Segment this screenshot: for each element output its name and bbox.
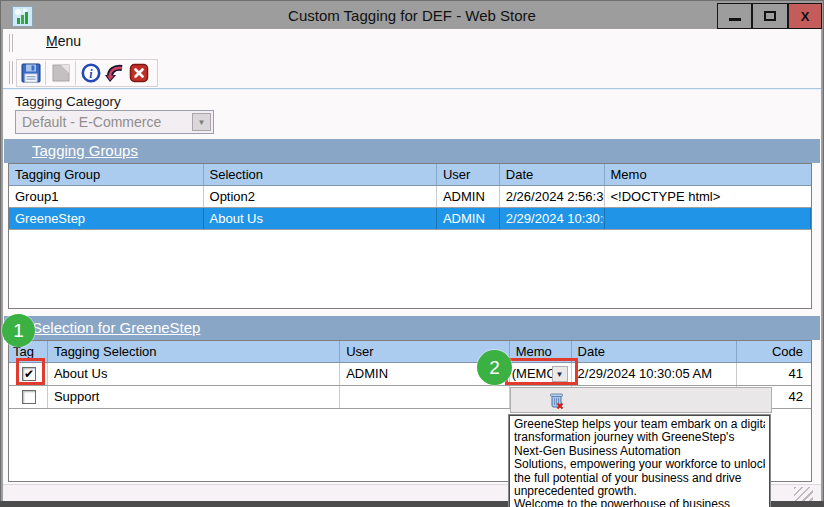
menubar-grip[interactable] <box>9 34 13 52</box>
table-row-greenestep-selected[interactable]: GreeneStep About Us ADMIN 2/29/2024 10:3… <box>9 208 811 230</box>
tagging-category-label: Tagging Category <box>15 94 121 109</box>
menu-item-menu[interactable]: Menu <box>46 33 81 49</box>
info-icon: i <box>81 63 101 83</box>
cell-memo: <!DOCTYPE html> <box>605 186 811 207</box>
cell-tagging-group: GreeneStep <box>9 208 204 229</box>
resize-grip[interactable] <box>794 487 813 501</box>
maximize-icon <box>764 11 776 21</box>
trash-icon <box>547 391 566 410</box>
cell-selection: Option2 <box>204 186 437 207</box>
title-bar[interactable]: Custom Tagging for DEF - Web Store X <box>1 1 823 29</box>
combo-dropdown-button[interactable]: ▼ <box>192 113 211 131</box>
chevron-down-icon: ▼ <box>193 114 210 131</box>
toolbar-separator <box>75 61 76 85</box>
close-button[interactable]: X <box>788 3 822 29</box>
tooltip-line: Next-Gen Business Automation <box>514 445 765 458</box>
column-header-user[interactable]: User <box>437 164 500 185</box>
cell-tagging-selection: Support <box>48 386 340 408</box>
save-icon <box>21 63 41 83</box>
cell-date: 2/29/2024 10:30:05. <box>500 208 605 229</box>
column-header-code[interactable]: Code <box>737 341 811 362</box>
tagging-category-value: Default - E-Commerce <box>22 111 161 133</box>
cell-tagging-selection: About Us <box>48 363 340 385</box>
cell-date: 2/26/2024 2:56:3( <box>500 186 605 207</box>
cell-user: ADMIN <box>437 208 500 229</box>
minimize-button[interactable] <box>717 3 752 29</box>
tagging-groups-header: Tagging Groups <box>4 139 820 163</box>
delete-button[interactable] <box>129 63 149 83</box>
tooltip-line: the full potential of your business and … <box>514 472 765 485</box>
annotation-highlight-memo <box>505 358 578 385</box>
undo-button[interactable] <box>105 63 125 83</box>
memo-popup-toolbar <box>510 387 772 413</box>
memo-tooltip: GreeneStep helps your team embark on a d… <box>509 415 770 507</box>
table-header-row: Tag Tagging Selection User Memo Date Cod… <box>9 341 811 363</box>
tag-cell <box>9 386 48 408</box>
menu-mnemonic: M <box>46 33 58 49</box>
column-header-date[interactable]: Date <box>500 164 605 185</box>
save-disabled-icon <box>51 63 71 83</box>
tagging-category-select[interactable]: Default - E-Commerce ▼ <box>15 110 214 134</box>
tag-checkbox-unchecked[interactable] <box>22 390 36 404</box>
column-header-tagging-selection[interactable]: Tagging Selection <box>48 341 340 362</box>
delete-memo-button[interactable] <box>547 391 566 410</box>
cell-user: ADMIN <box>437 186 500 207</box>
minimize-icon <box>729 18 741 21</box>
info-button[interactable]: i <box>81 63 101 83</box>
annotation-highlight-checkbox <box>16 358 45 385</box>
cell-selection: About Us <box>204 208 437 229</box>
maximize-button[interactable] <box>752 3 788 29</box>
undo-icon <box>105 63 125 83</box>
column-header-memo[interactable]: Memo <box>605 164 811 185</box>
cell-user <box>340 386 510 408</box>
annotation-badge-2: 2 <box>477 350 512 385</box>
save-button[interactable] <box>21 63 41 83</box>
save-all-button-disabled[interactable] <box>51 63 71 83</box>
window-title: Custom Tagging for DEF - Web Store <box>1 1 823 29</box>
cell-code: 41 <box>737 363 811 385</box>
column-header-selection[interactable]: Selection <box>204 164 437 185</box>
tagging-groups-title: Tagging Groups <box>32 139 138 163</box>
toolbar-separator <box>45 61 46 85</box>
cell-memo <box>605 208 811 229</box>
table-header-row: Tagging Group Selection User Date Memo <box>9 164 811 186</box>
selection-section-header: Selection for GreeneStep <box>4 316 820 340</box>
tooltip-line: Welcome to the powerhouse of business <box>514 498 765 507</box>
cell-tagging-group: Group1 <box>9 186 204 207</box>
tooltip-line: GreeneStep helps your team embark on a d… <box>514 418 765 431</box>
table-row-about-us[interactable]: ✔ About Us ADMIN (MEMO) ▼ 2/29/2024 10:3… <box>9 363 811 386</box>
column-header-tagging-group[interactable]: Tagging Group <box>9 164 204 185</box>
annotation-badge-1: 1 <box>2 314 35 347</box>
tooltip-line: unprecedented growth. <box>514 485 765 498</box>
table-row-group1[interactable]: Group1 Option2 ADMIN 2/26/2024 2:56:3( <… <box>9 186 811 208</box>
tooltip-line: transformation journey with GreeneStep's <box>514 431 765 444</box>
delete-icon <box>129 63 149 83</box>
menu-rest: enu <box>58 33 81 49</box>
cell-date: 2/29/2024 10:30:05 AM <box>572 363 738 385</box>
tooltip-line: Solutions, empowering your workforce to … <box>514 458 765 471</box>
tagging-groups-table: Tagging Group Selection User Date Memo G… <box>8 163 812 309</box>
panel-divider <box>3 89 821 90</box>
column-header-date[interactable]: Date <box>572 341 738 362</box>
app-window: Custom Tagging for DEF - Web Store X Men… <box>0 0 824 507</box>
toolbar-grip[interactable] <box>9 61 13 84</box>
selection-section-title: Selection for GreeneStep <box>32 316 200 340</box>
